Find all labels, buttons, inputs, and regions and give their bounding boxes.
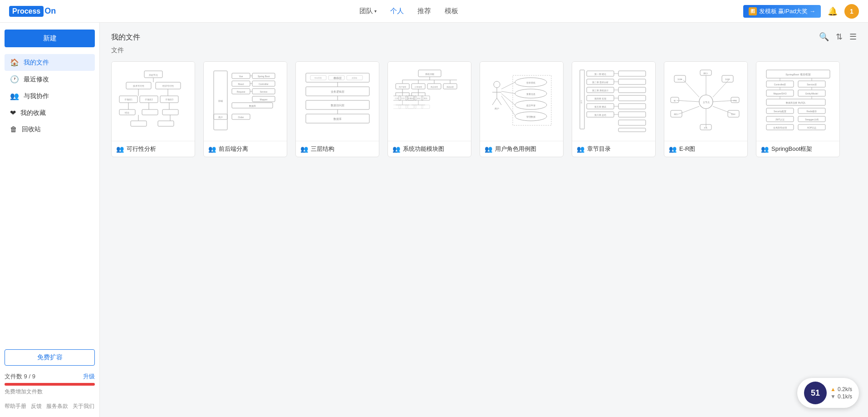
svg-text:Order: Order [238,116,244,119]
file-card-three-layer[interactable]: 表示层 业务逻辑层 数据访问层 数据库 Web界面 [295,61,379,157]
svg-text:提交申请: 提交申请 [526,104,535,107]
file-grid: 开始节点 技术可行性 经济可行性 子项目1 子项目2 子项目3 [111,61,857,157]
speed-widget: 51 ▲ 0.2k/s ▼ 0.1k/s [797,378,859,408]
svg-text:主节点: 主节点 [702,101,709,104]
sidebar-item-collaborate[interactable]: 👥 与我协作 [5,88,95,104]
file-preview-springboot: SpringBoot 项目框架 Controller层 Service层 Map… [756,62,839,141]
storage-progress-bar [5,383,95,386]
file-card-feasibility[interactable]: 开始节点 技术可行性 经济可行性 子项目1 子项目2 子项目3 [111,61,195,157]
svg-text:Security配置: Security配置 [773,110,786,113]
svg-text:注册: 注册 [395,97,398,99]
svg-text:章节: 章节 [580,100,583,104]
file-info-three-layer: 👥 三层结构 [296,141,379,157]
svg-text:数据库: 数据库 [333,117,342,120]
file-preview-frontend-backend: 前端 Vue React Request Spring Boot Control… [204,62,287,141]
terms-link[interactable]: 服务条款 [46,402,68,410]
sidebar-item-recent[interactable]: 🕐 最近修改 [5,71,95,88]
svg-text:登录: 登录 [401,97,405,99]
flowchart-icon-7: 👥 [669,145,677,153]
chevron-down-icon: ▾ [374,9,377,14]
file-name-springboot: SpringBoot框架 [771,145,812,153]
svg-text:SpringBoot 项目框架: SpringBoot 项目框架 [785,73,810,76]
upgrade-link[interactable]: 升级 [83,372,95,381]
file-card-springboot[interactable]: SpringBoot 项目框架 Controller层 Service层 Map… [756,61,840,157]
file-card-er-diagram[interactable]: 主节点 实体A 属性1 [664,61,748,157]
file-preview-chapter-dir: 章节 第一章 绪论 第二章 需求分析 第三章 系统设计 第四章 实现 第五章 测… [572,62,655,141]
file-name-system-func: 系统功能模块图 [403,145,444,153]
promo-icon: 图 [749,7,757,15]
trash-icon: 🗑 [10,125,17,134]
file-info-chapter-dir: 👥 章节目录 [572,141,655,157]
sidebar-item-my-files[interactable]: 🏠 我的文件 [5,54,95,71]
sidebar-bottom: 免费扩容 文件数 9 / 9 升级 免费增加文件数 帮助手册 反馈 服务条款 关… [5,340,95,410]
avatar[interactable]: 1 [844,4,859,19]
svg-text:Service层: Service层 [807,83,817,86]
file-preview-system-func: 系统功能 用户管理 订单管理 商品管理 系统 [388,62,471,141]
sort-icon[interactable]: ⇅ [836,32,843,42]
flowchart-icon-4: 👥 [392,145,400,153]
svg-text:Service: Service [260,90,267,93]
svg-text:实体A: 实体A [677,78,682,80]
svg-text:第四章 实现: 第四章 实现 [594,97,606,100]
svg-text:Vue: Vue [239,75,243,78]
storage-progress-bg [5,383,95,386]
file-card-frontend-backend[interactable]: 前端 Vue React Request Spring Boot Control… [203,61,287,157]
file-card-chapter-dir[interactable]: 章节 第一章 绪论 第二章 需求分析 第三章 系统设计 第四章 实现 第五章 测… [572,61,656,157]
file-card-user-role[interactable]: 用户 登录系统 查看信息 提交申请 管理数据 [480,61,564,157]
sidebar-item-trash[interactable]: 🗑 回收站 [5,121,95,138]
file-preview-feasibility: 开始节点 技术可行性 经济可行性 子项目1 子项目2 子项目3 [112,62,195,141]
logo[interactable]: Process On [9,6,56,17]
svg-text:技术可行性: 技术可行性 [132,84,144,87]
svg-text:React: React [238,83,244,85]
flowchart-icon-5: 👥 [485,145,492,153]
svg-text:删除: 删除 [424,97,427,99]
svg-text:JWT认证: JWT认证 [775,118,784,121]
svg-text:桌面端: 桌面端 [352,77,357,79]
about-link[interactable]: 关于我们 [73,402,94,410]
layout: 新建 🏠 我的文件 🕐 最近修改 👥 与我协作 ❤ 我的收藏 🗑 回收站 免费扩… [0,23,868,417]
svg-text:全局异常处理: 全局异常处理 [773,126,787,129]
svg-text:子项目1: 子项目1 [124,98,132,101]
file-name-feasibility: 可行性分析 [127,145,156,153]
expand-button[interactable]: 免费扩容 [5,349,95,366]
svg-text:商品管理: 商品管理 [431,86,438,88]
svg-text:Spring Boot: Spring Boot [257,75,270,78]
upload-icon: ▲ [830,386,836,392]
svg-text:第一章 绪论: 第一章 绪论 [594,73,606,75]
file-info-feasibility: 👥 可行性分析 [112,141,195,157]
svg-text:Controller层: Controller层 [774,83,786,86]
svg-text:第六章 总结: 第六章 总结 [594,114,606,116]
nav-item-recommend[interactable]: 推荐 [417,7,431,15]
notification-bell-icon[interactable]: 🔔 [828,6,838,16]
toolbar: 🔍 ⇅ ☰ [819,32,857,42]
speed-number: 51 [804,382,827,404]
feedback-link[interactable]: 反馈 [31,402,42,410]
flowchart-icon-2: 👥 [208,145,216,153]
new-button[interactable]: 新建 [5,30,95,47]
nav-item-personal[interactable]: 个人 [390,7,404,15]
nav-item-template[interactable]: 模板 [445,7,458,15]
promo-banner[interactable]: 图 发模板 赢iPad大奖 → [743,5,821,18]
svg-text:第三章 系统设计: 第三章 系统设计 [592,89,608,92]
home-icon: 🏠 [10,58,19,67]
svg-text:修改: 修改 [417,97,421,99]
svg-rect-140 [580,69,648,134]
search-icon[interactable]: 🔍 [819,32,829,42]
list-view-icon[interactable]: ☰ [849,32,857,42]
nav-item-team[interactable]: 团队 ▾ [359,7,377,15]
svg-text:属性1: 属性1 [703,72,708,74]
flowchart-icon-3: 👥 [300,145,308,153]
svg-text:键: 键 [673,99,676,102]
svg-text:实体B: 实体B [725,78,730,80]
file-name-user-role: 用户角色用例图 [495,145,536,153]
sidebar: 新建 🏠 我的文件 🕐 最近修改 👥 与我协作 ❤ 我的收藏 🗑 回收站 免费扩… [0,23,100,417]
svg-text:Swagger文档: Swagger文档 [805,118,819,121]
svg-text:外键: 外键 [733,99,737,102]
svg-text:属性2: 属性2 [673,113,678,115]
svg-text:用户: 用户 [495,107,499,110]
help-link[interactable]: 帮助手册 [5,402,26,410]
svg-text:关系: 关系 [704,127,707,129]
file-card-system-func[interactable]: 系统功能 用户管理 订单管理 商品管理 系统 [387,61,471,157]
svg-text:订单管理: 订单管理 [415,86,422,88]
sidebar-item-favorites[interactable]: ❤ 我的收藏 [5,104,95,121]
